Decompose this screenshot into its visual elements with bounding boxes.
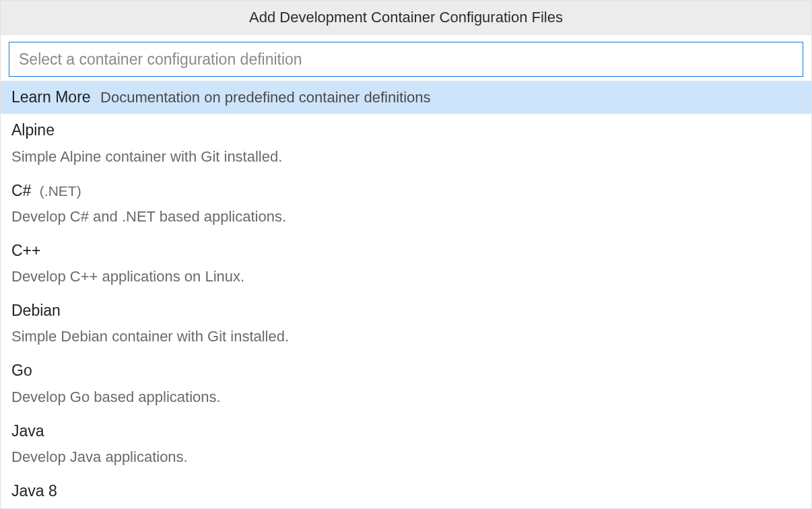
search-input[interactable]: [9, 42, 803, 77]
list-item-title: Java 8: [11, 482, 57, 500]
search-wrapper: [1, 35, 811, 81]
list-item-desc: Develop Go based applications.: [11, 386, 801, 408]
list-item-alpine[interactable]: Alpine Simple Alpine container with Git …: [1, 114, 811, 174]
list-item-title: Alpine: [11, 121, 55, 139]
list-item-title: C++: [11, 242, 40, 259]
list-item-csharp[interactable]: C# (.NET) Develop C# and .NET based appl…: [1, 174, 811, 234]
list-item-java[interactable]: Java Develop Java applications.: [1, 415, 811, 475]
list-item-desc: Simple Debian container with Git install…: [11, 326, 801, 347]
list-item-go[interactable]: Go Develop Go based applications.: [1, 354, 811, 414]
list-item-desc: Simple Alpine container with Git install…: [11, 146, 801, 168]
list-item-desc: Develop C# and .NET based applications.: [11, 206, 801, 228]
list-item-title: C#: [11, 182, 31, 199]
list-item-debian[interactable]: Debian Simple Debian container with Git …: [1, 294, 811, 354]
list-item-tag: (.NET): [40, 183, 81, 199]
list-item-title: Learn More: [11, 88, 91, 106]
list-item-desc: Documentation on predefined container de…: [100, 89, 430, 106]
list-item-java-8[interactable]: Java 8: [1, 475, 811, 508]
list-item-learn-more[interactable]: Learn More Documentation on predefined c…: [1, 81, 811, 114]
list-item-desc: Develop Java applications.: [11, 446, 801, 468]
definition-list: Learn More Documentation on predefined c…: [1, 81, 811, 508]
list-item-title: Debian: [11, 302, 61, 319]
panel-title: Add Development Container Configuration …: [1, 1, 811, 35]
quick-pick-panel: Add Development Container Configuration …: [0, 0, 812, 509]
list-item-cpp[interactable]: C++ Develop C++ applications on Linux.: [1, 234, 811, 294]
list-item-desc: Develop C++ applications on Linux.: [11, 266, 801, 287]
list-item-title: Java: [11, 422, 44, 440]
list-item-title: Go: [11, 362, 32, 379]
